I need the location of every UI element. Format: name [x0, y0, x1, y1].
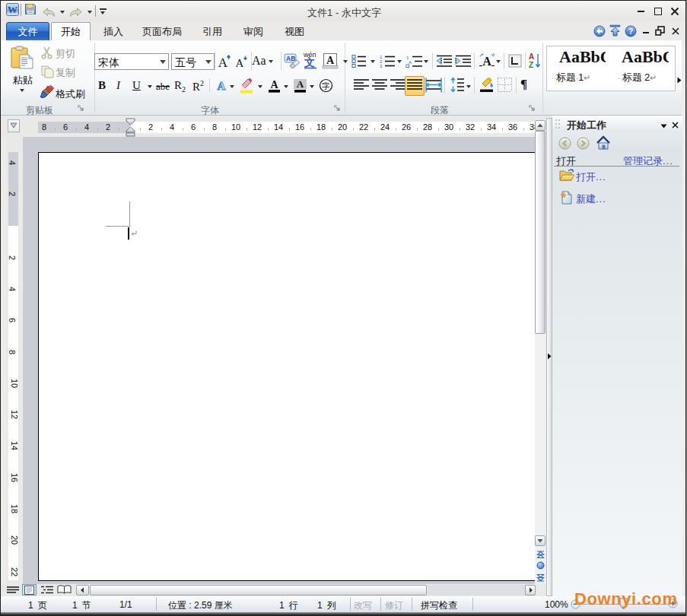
svg-text:A: A	[218, 56, 228, 69]
svg-text:A: A	[409, 60, 412, 65]
svg-text:A: A	[218, 80, 226, 92]
svg-text:AB: AB	[286, 55, 295, 62]
svg-text:?: ?	[628, 27, 633, 36]
svg-text:3: 3	[380, 64, 383, 68]
svg-text:A: A	[270, 79, 278, 90]
svg-text:A: A	[529, 52, 534, 61]
svg-text:字: 字	[322, 81, 330, 90]
svg-text:A: A	[482, 55, 491, 68]
svg-text:W: W	[8, 4, 17, 15]
svg-text:Z: Z	[529, 61, 533, 69]
svg-text:A: A	[236, 57, 244, 69]
svg-text:A: A	[297, 78, 304, 90]
svg-text:A: A	[326, 55, 335, 66]
svg-text:文: 文	[304, 56, 315, 68]
